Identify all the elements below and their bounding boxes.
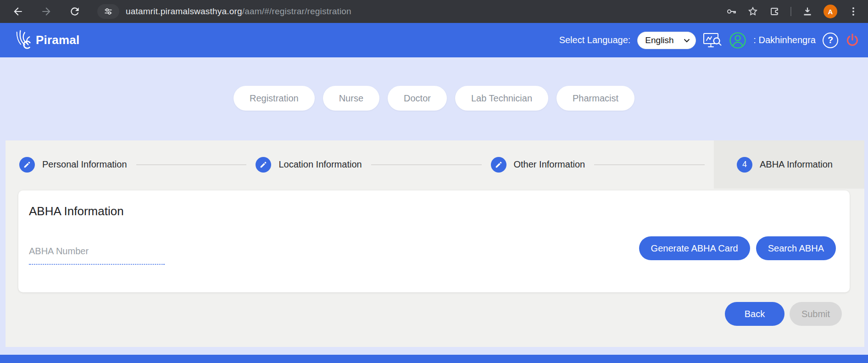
pencil-icon [491,157,506,173]
pencil-icon [256,157,271,173]
language-label: Select Language: [559,35,631,45]
chevron-down-icon [684,38,690,43]
step-label: ABHA Information [760,159,833,170]
reload-icon[interactable] [69,6,81,17]
url-path: /aam/#/registrar/registration [242,6,351,16]
download-icon[interactable] [802,6,813,17]
url-domain: uatamrit.piramalswasthya.org [126,6,242,16]
step-label: Location Information [278,159,362,170]
language-selected-value: English [645,35,673,45]
monitor-search-icon[interactable] [703,32,722,49]
key-icon[interactable] [726,6,737,17]
piramal-logo-icon [14,30,33,51]
abha-number-input[interactable] [29,246,165,265]
abha-card-buttons: Generate ABHA Card Search ABHA [639,236,836,260]
step-personal-information[interactable]: Personal Information [19,157,127,173]
search-abha-button[interactable]: Search ABHA [756,236,836,260]
step-connector [594,164,705,165]
browser-bar: uatamrit.piramalswasthya.org/aam/#/regis… [0,0,868,23]
profile-avatar[interactable]: A [823,5,837,18]
language-select[interactable]: English [637,32,696,49]
step-location-information[interactable]: Location Information [256,157,362,173]
brand-logo[interactable]: Piramal [14,30,79,51]
step-other-information[interactable]: Other Information [491,157,585,173]
brand-name: Piramal [36,33,79,47]
pencil-icon [19,157,35,173]
step-number: 4 [742,160,747,169]
role-tabs: Registration Nurse Doctor Lab Technician… [0,86,868,111]
user-name: : Dakhinhengra [753,35,816,45]
tab-lab-technician[interactable]: Lab Technician [455,86,548,111]
forward-icon[interactable] [40,6,52,17]
back-icon[interactable] [12,6,24,17]
power-logout-icon[interactable] [845,33,860,48]
app-header: Piramal Select Language: English [0,23,868,57]
content-panel: Personal Information Location Informatio… [6,140,864,347]
user-circle-icon [729,32,746,49]
extensions-icon[interactable] [769,6,780,17]
back-button[interactable]: Back [725,302,785,326]
toolbar-separator [790,7,791,16]
abha-card: ABHA Information Generate ABHA Card Sear… [18,190,850,292]
help-icon[interactable]: ? [823,33,838,48]
generate-abha-card-button[interactable]: Generate ABHA Card [639,236,750,260]
stepper: Personal Information Location Informatio… [6,140,864,189]
footer-bar [0,355,868,363]
step-abha-information[interactable]: 4 ABHA Information [714,140,864,189]
step-number-badge: 4 [737,157,752,173]
tab-doctor[interactable]: Doctor [388,86,447,111]
submit-button[interactable]: Submit [790,302,842,326]
address-bar[interactable]: uatamrit.piramalswasthya.org/aam/#/regis… [126,6,351,17]
bookmark-star-icon[interactable] [747,6,758,17]
site-settings-icon[interactable] [97,4,119,19]
actions-row: Back Submit [725,302,842,326]
menu-kebab-icon[interactable] [848,6,859,17]
tab-nurse[interactable]: Nurse [323,86,379,111]
tab-pharmacist[interactable]: Pharmacist [556,86,634,111]
step-label: Personal Information [42,159,127,170]
card-title: ABHA Information [29,204,124,218]
step-label: Other Information [514,159,585,170]
tab-registration[interactable]: Registration [234,86,315,111]
step-connector [136,164,247,165]
step-connector [371,164,482,165]
